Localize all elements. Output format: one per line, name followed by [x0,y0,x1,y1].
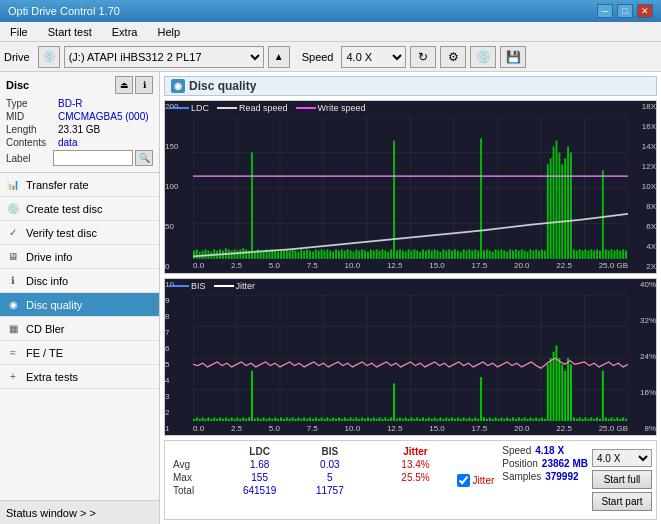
svg-rect-55 [306,249,308,258]
close-button[interactable]: ✕ [637,4,653,18]
svg-rect-119 [492,252,494,259]
svg-rect-71 [353,252,355,259]
jitter-section: Jitter [453,445,499,515]
svg-rect-150 [582,251,584,259]
menu-file[interactable]: File [4,25,34,39]
sidebar-item-disc-quality[interactable]: ◉ Disc quality [0,293,159,317]
drive-info-icon: 🖥 [6,251,20,262]
title-controls: ─ □ ✕ [597,4,653,18]
stats-table: LDC BIS Jitter Avg 1.68 0.03 13.4% [169,445,449,515]
svg-rect-79 [376,249,378,258]
svg-rect-83 [387,252,389,259]
disc-panel: Disc ⏏ ℹ Type BD-R MID CMCMAGBA5 (000) L… [0,72,159,173]
avg-row: Avg 1.68 0.03 13.4% [169,458,449,471]
speed-select[interactable]: 4.0 X [341,46,406,68]
sidebar-item-transfer-rate[interactable]: 📊 Transfer rate [0,173,159,197]
svg-rect-145 [567,147,569,259]
maximize-button[interactable]: □ [617,4,633,18]
ldc-legend: LDC Read speed Write speed [169,103,365,113]
svg-rect-16 [193,251,195,259]
svg-rect-201 [561,364,563,421]
svg-rect-63 [329,251,331,259]
svg-rect-157 [602,170,604,259]
transfer-rate-icon: 📊 [6,179,20,190]
y-axis-left-bottom: 10 9 8 7 6 5 4 3 2 1 [165,279,193,435]
refresh-button[interactable]: ↻ [410,46,436,68]
sidebar-item-disc-info[interactable]: ℹ Disc info [0,269,159,293]
status-window-button[interactable]: Status window > > [0,500,159,524]
create-disc-icon: 💿 [6,203,20,214]
svg-rect-82 [384,251,386,259]
svg-rect-198 [553,352,555,421]
ldc-header: LDC [222,445,297,458]
sidebar-item-drive-info[interactable]: 🖥 Drive info [0,245,159,269]
disc-eject-btn[interactable]: ⏏ [115,76,133,94]
svg-rect-202 [564,371,566,421]
svg-rect-70 [350,251,352,259]
svg-rect-133 [532,251,534,259]
bis-x-axis: 0.0 2.5 5.0 7.5 10.0 12.5 15.0 17.5 20.0… [193,421,628,435]
svg-rect-194 [393,383,395,421]
bis-legend-item: BIS [169,281,206,291]
svg-rect-200 [558,358,560,421]
svg-rect-67 [341,249,343,258]
svg-rect-135 [538,251,540,259]
svg-rect-87 [399,249,401,258]
svg-rect-108 [460,252,462,259]
sidebar-item-label: Extra tests [26,371,78,383]
svg-rect-147 [573,249,575,258]
cd-bler-icon: ▦ [6,323,20,334]
svg-rect-158 [605,249,607,258]
menu-help[interactable]: Help [151,25,186,39]
svg-rect-151 [585,249,587,258]
svg-rect-34 [245,249,247,258]
disc-info-btn[interactable]: ℹ [135,76,153,94]
sidebar-item-label: Disc info [26,275,68,287]
disc-button[interactable]: 💿 [470,46,496,68]
svg-rect-107 [457,251,459,259]
menu-start-test[interactable]: Start test [42,25,98,39]
samples-row: Samples 379992 [502,471,588,482]
svg-rect-93 [416,251,418,259]
svg-rect-40 [263,252,265,259]
drive-select[interactable]: (J:) ATAPI iHBS312 2 PL17 [64,46,264,68]
svg-rect-203 [567,358,569,421]
start-part-button[interactable]: Start part [592,492,652,511]
sidebar-item-label: Disc quality [26,299,82,311]
sidebar-item-extra-tests[interactable]: + Extra tests [0,365,159,389]
start-full-button[interactable]: Start full [592,470,652,489]
sidebar-item-cd-bler[interactable]: ▦ CD Bler [0,317,159,341]
sidebar-item-verify-test-disc[interactable]: ✓ Verify test disc [0,221,159,245]
settings-button[interactable]: ⚙ [440,46,466,68]
disc-label-btn[interactable]: 🔍 [135,150,153,166]
start-speed-select[interactable]: 4.0 X [592,449,652,467]
menu-extra[interactable]: Extra [106,25,144,39]
svg-rect-120 [495,249,497,258]
svg-rect-111 [469,249,471,258]
svg-rect-195 [480,377,482,421]
svg-rect-98 [431,251,433,259]
svg-rect-204 [570,364,572,421]
start-buttons: 4.0 X Start full Start part [592,445,652,515]
svg-rect-48 [286,249,288,258]
sidebar-item-create-test-disc[interactable]: 💿 Create test disc [0,197,159,221]
svg-rect-58 [315,249,317,258]
svg-rect-29 [231,251,233,259]
svg-rect-68 [344,251,346,259]
sidebar-item-fe-te[interactable]: ≈ FE / TE [0,341,159,365]
max-row: Max 155 5 25.5% [169,471,449,484]
svg-rect-105 [451,251,453,259]
disc-label-input[interactable] [53,150,133,166]
drive-label: Drive [4,51,30,63]
avg-ldc: 1.68 [222,458,297,471]
jitter-checkbox-row: Jitter [457,474,495,487]
minimize-button[interactable]: ─ [597,4,613,18]
svg-rect-56 [309,251,311,259]
svg-rect-144 [564,158,566,258]
total-ldc: 641519 [222,484,297,497]
eject-button[interactable]: ▲ [268,46,290,68]
save-button[interactable]: 💾 [500,46,526,68]
jitter-checkbox[interactable] [457,474,470,487]
svg-rect-152 [587,251,589,259]
svg-rect-109 [463,249,465,258]
